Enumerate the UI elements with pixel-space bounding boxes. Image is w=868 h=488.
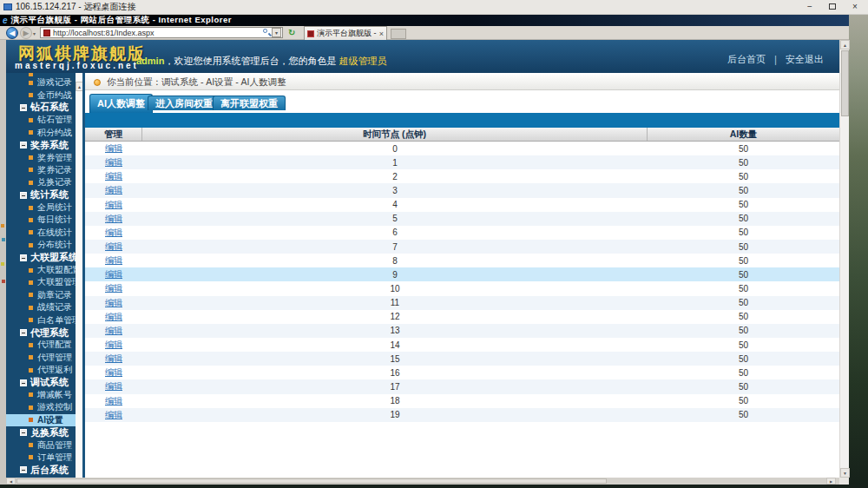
edit-link[interactable]: 编辑 bbox=[105, 228, 122, 237]
tab-0[interactable]: AI人数调整 bbox=[89, 94, 153, 113]
ai-count-cell: 50 bbox=[648, 368, 839, 378]
sidebar-item-selected[interactable]: AI设置 bbox=[6, 414, 76, 426]
search-icon[interactable] bbox=[261, 28, 272, 37]
edit-link[interactable]: 编辑 bbox=[105, 312, 122, 321]
sidebar-item[interactable]: 积分约战 bbox=[6, 127, 76, 139]
close-button[interactable]: × bbox=[844, 0, 866, 15]
sidebar-section[interactable]: 兑换系统 bbox=[6, 426, 76, 439]
scroll-right-icon[interactable]: ▶ bbox=[826, 478, 836, 485]
horizontal-scrollbar-thumb[interactable] bbox=[16, 478, 607, 484]
tab-1[interactable]: 进入房间权重 bbox=[148, 96, 220, 110]
sidebar-scrollbar[interactable] bbox=[76, 73, 82, 478]
collapse-minus-icon[interactable] bbox=[20, 466, 27, 473]
horizontal-scrollbar[interactable]: ◀ ▶ bbox=[6, 478, 839, 485]
edit-link[interactable]: 编辑 bbox=[105, 396, 122, 406]
sidebar-section[interactable]: 统计系统 bbox=[6, 189, 76, 201]
sidebar-item[interactable]: 钻石管理 bbox=[6, 114, 76, 126]
collapse-minus-icon[interactable] bbox=[20, 104, 27, 111]
sidebar-section[interactable]: 代理系统 bbox=[6, 326, 76, 339]
collapse-minus-icon[interactable] bbox=[20, 329, 27, 336]
time-node-cell: 15 bbox=[142, 354, 648, 364]
edit-link[interactable]: 编辑 bbox=[105, 214, 122, 223]
ai-count-cell: 50 bbox=[648, 172, 839, 181]
sidebar-item[interactable]: 全局统计 bbox=[6, 201, 76, 214]
tab-close-icon[interactable]: × bbox=[377, 30, 386, 38]
edit-link[interactable]: 编辑 bbox=[105, 340, 122, 349]
sidebar-item[interactable]: 代理管理 bbox=[6, 352, 76, 364]
search-dropdown-icon[interactable]: ▾ bbox=[272, 28, 281, 37]
sidebar-item[interactable]: 游戏控制 bbox=[6, 401, 76, 413]
edit-link[interactable]: 编辑 bbox=[105, 200, 122, 209]
sidebar-item[interactable]: 兑换记录 bbox=[6, 176, 76, 188]
sidebar-item[interactable]: 白名单管理 bbox=[6, 313, 76, 326]
edit-link[interactable]: 编辑 bbox=[105, 410, 122, 419]
sidebar-section[interactable]: 调试系统 bbox=[6, 376, 76, 388]
sidebar-item[interactable]: 奖券管理 bbox=[6, 151, 76, 163]
edit-link[interactable]: 编辑 bbox=[105, 353, 122, 363]
edit-link[interactable]: 编辑 bbox=[105, 157, 122, 167]
sidebar-item[interactable]: 订单管理 bbox=[6, 452, 76, 464]
scroll-up-icon[interactable]: ▲ bbox=[840, 40, 850, 49]
edit-link[interactable]: 编辑 bbox=[105, 381, 122, 391]
sidebar-item[interactable]: 大联盟配置 bbox=[6, 264, 76, 276]
address-bar[interactable]: http://localhost:81/Index.aspx ▾ bbox=[40, 27, 283, 38]
sidebar-item[interactable]: 代理配置 bbox=[6, 339, 76, 351]
sidebar-item[interactable]: 每日统计 bbox=[6, 214, 76, 226]
sidebar-item[interactable]: 代理返利 bbox=[6, 364, 76, 376]
edit-link[interactable]: 编辑 bbox=[105, 143, 122, 153]
sidebar-item[interactable]: 金币约战 bbox=[6, 89, 76, 101]
vertical-scrollbar-thumb[interactable] bbox=[841, 50, 849, 116]
edit-link[interactable]: 编辑 bbox=[105, 326, 122, 335]
edit-link[interactable]: 编辑 bbox=[105, 269, 122, 279]
edit-link[interactable]: 编辑 bbox=[105, 255, 122, 265]
sidebar-item[interactable]: 奖券记录 bbox=[6, 164, 76, 176]
page-favicon bbox=[43, 30, 50, 36]
edit-cell: 编辑 bbox=[85, 311, 142, 323]
minimize-button[interactable]: − bbox=[799, 0, 821, 15]
main-content: 你当前位置：调试系统 - AI设置 - AI人数调整 AI人数调整进入房间权重离… bbox=[85, 73, 839, 478]
collapse-minus-icon[interactable] bbox=[20, 254, 27, 261]
edit-link[interactable]: 编辑 bbox=[105, 241, 122, 251]
refresh-icon[interactable]: ↻ bbox=[288, 28, 295, 37]
sidebar-section[interactable]: 钻石系统 bbox=[6, 102, 76, 114]
sidebar-item[interactable]: 大联盟管理 bbox=[6, 276, 76, 288]
sidebar-item[interactable]: 勋章记录 bbox=[6, 289, 76, 301]
sidebar-item[interactable]: 分布统计 bbox=[6, 239, 76, 251]
collapse-minus-icon[interactable] bbox=[20, 379, 27, 386]
edit-link[interactable]: 编辑 bbox=[105, 283, 122, 293]
edit-link[interactable]: 编辑 bbox=[105, 298, 122, 307]
nav-home-link[interactable]: 后台首页 bbox=[727, 54, 766, 64]
new-tab-button[interactable] bbox=[391, 29, 406, 39]
table-row: 编辑1950 bbox=[85, 408, 839, 422]
scroll-left-icon[interactable]: ◀ bbox=[6, 478, 16, 485]
collapse-minus-icon[interactable] bbox=[20, 142, 27, 148]
address-history-dropdown-icon[interactable]: ▾ bbox=[33, 30, 36, 36]
ai-count-cell: 50 bbox=[648, 158, 839, 168]
sidebar-section[interactable]: 后台系统 bbox=[6, 464, 76, 476]
bullet-icon bbox=[29, 343, 33, 347]
edit-link[interactable]: 编辑 bbox=[105, 367, 122, 377]
sidebar-item[interactable]: 商品管理 bbox=[6, 439, 76, 451]
browser-tab[interactable]: 演示平台旗舰版 - 网站... × bbox=[304, 26, 387, 40]
forward-button[interactable]: ▶ bbox=[20, 27, 32, 39]
sidebar-item[interactable]: 增减帐号 bbox=[6, 389, 76, 401]
vertical-scrollbar[interactable]: ▲ ▼ bbox=[839, 40, 849, 478]
collapse-minus-icon[interactable] bbox=[20, 429, 27, 436]
edit-link[interactable]: 编辑 bbox=[105, 171, 122, 181]
sidebar-section[interactable]: 奖券系统 bbox=[6, 139, 76, 151]
tab-2[interactable]: 离开联盟权重 bbox=[213, 96, 286, 110]
address-url[interactable]: http://localhost:81/Index.aspx bbox=[53, 29, 261, 37]
back-button[interactable]: ◀ bbox=[6, 27, 18, 39]
maximize-button[interactable] bbox=[821, 0, 844, 15]
sidebar-section[interactable]: 大联盟系统 bbox=[6, 251, 76, 263]
bullet-icon bbox=[29, 155, 33, 160]
bullet-icon bbox=[29, 392, 33, 397]
sidebar-item[interactable]: 战绩记录 bbox=[6, 301, 76, 313]
sidebar-item[interactable]: 在线统计 bbox=[6, 227, 76, 239]
collapse-minus-icon[interactable] bbox=[20, 192, 27, 199]
edit-link[interactable]: 编辑 bbox=[105, 185, 122, 195]
scroll-down-icon[interactable]: ▼ bbox=[840, 468, 850, 478]
nav-logout-link[interactable]: 安全退出 bbox=[786, 54, 824, 64]
bullet-icon bbox=[29, 118, 33, 122]
sidebar-item[interactable]: 游戏记录 bbox=[6, 76, 76, 89]
